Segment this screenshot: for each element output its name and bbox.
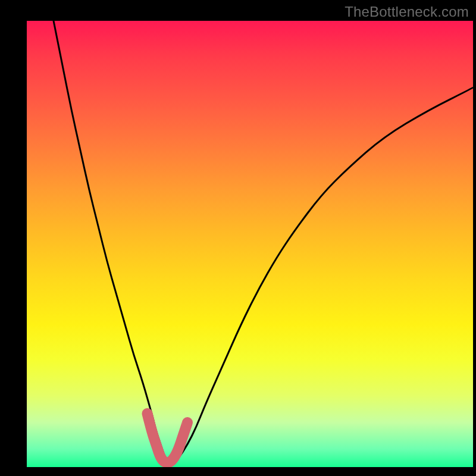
chart-frame: TheBottleneck.com bbox=[0, 0, 476, 476]
plot-area bbox=[27, 21, 473, 467]
watermark-label: TheBottleneck.com bbox=[345, 4, 469, 20]
bottleneck-curve bbox=[54, 21, 473, 463]
bottom-highlight bbox=[148, 414, 188, 463]
curve-layer bbox=[27, 21, 473, 467]
